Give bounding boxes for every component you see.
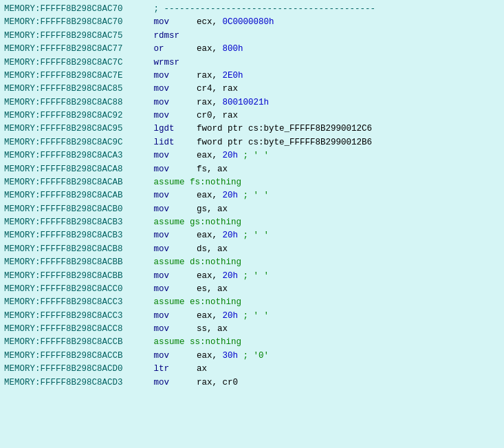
code-line: MEMORY:FFFFF8B298C8ACB0 mov gs, ax <box>0 203 504 216</box>
code-line: MEMORY:FFFFF8B298C8ACB3 assume gs:nothin… <box>0 216 504 229</box>
mnemonic: mov <box>149 310 197 323</box>
address: MEMORY:FFFFF8B298C8ACA8 <box>4 163 149 176</box>
comment: ; '0' <box>238 351 269 361</box>
address: MEMORY:FFFFF8B298C8AC77 <box>4 43 149 56</box>
code-line: MEMORY:FFFFF8B298C8AC70 ; --------------… <box>0 3 504 16</box>
hex-value: 2E0h <box>223 71 243 81</box>
code-line: MEMORY:FFFFF8B298C8ACB3 mov eax, 20h ; '… <box>0 229 504 242</box>
address: MEMORY:FFFFF8B298C8AC70 <box>4 3 149 16</box>
hex-value: 0C0000080h <box>223 17 274 27</box>
mnemonic: mov <box>149 70 197 83</box>
mnemonic: mov <box>149 163 197 176</box>
address: MEMORY:FFFFF8B298C8ACC8 <box>4 323 149 336</box>
operand: eax, 20h ; ' ' <box>197 189 269 202</box>
code-line: MEMORY:FFFFF8B298C8AC9C lidt fword ptr c… <box>0 136 504 149</box>
operand: fword ptr cs:byte_FFFFF8B2990012B6 <box>197 136 372 149</box>
code-line: MEMORY:FFFFF8B298C8ACC3 assume es:nothin… <box>0 296 504 309</box>
address: MEMORY:FFFFF8B298C8ACC0 <box>4 283 149 296</box>
address: MEMORY:FFFFF8B298C8ACD0 <box>4 363 149 376</box>
operand: rax, 2E0h <box>197 70 243 83</box>
comment: ; ' ' <box>238 191 269 200</box>
mnemonic: mov <box>149 376 197 390</box>
operand: gs, ax <box>197 203 228 216</box>
code-line: MEMORY:FFFFF8B298C8ACCB mov eax, 30h ; '… <box>0 350 504 363</box>
mnemonic: mov <box>149 229 197 242</box>
operand: rax, 80010021h <box>197 96 269 109</box>
operand: ax <box>197 363 207 376</box>
operand: fword ptr cs:byte_FFFFF8B2990012C6 <box>197 122 372 136</box>
comment-text: ; --------------------------------------… <box>149 3 375 16</box>
operand: ss, ax <box>197 323 228 336</box>
assume-keyword: assume ds:nothing <box>149 256 241 269</box>
operand: ecx, 0C0000080h <box>197 16 274 29</box>
mnemonic: or <box>149 43 197 56</box>
operand: eax, 20h ; ' ' <box>197 149 269 162</box>
comment: ; ' ' <box>238 151 269 160</box>
code-line: MEMORY:FFFFF8B298C8ACA8 mov fs, ax <box>0 163 504 176</box>
assume-keyword: assume fs:nothing <box>149 176 241 189</box>
hex-value: 20h <box>223 271 239 281</box>
hex-value: 20h <box>223 311 239 321</box>
operand: eax, 20h ; ' ' <box>197 310 269 323</box>
operand: eax, 30h ; '0' <box>197 350 269 363</box>
address: MEMORY:FFFFF8B298C8AC7E <box>4 70 149 83</box>
address: MEMORY:FFFFF8B298C8ACB8 <box>4 243 149 256</box>
code-line: MEMORY:FFFFF8B298C8AC70 mov ecx, 0C00000… <box>0 16 504 29</box>
code-line: MEMORY:FFFFF8B298C8ACAB assume fs:nothin… <box>0 176 504 189</box>
address: MEMORY:FFFFF8B298C8ACB3 <box>4 216 149 229</box>
code-line: MEMORY:FFFFF8B298C8ACC3 mov eax, 20h ; '… <box>0 310 504 323</box>
mnemonic: mov <box>149 283 197 296</box>
mnemonic: mov <box>149 243 197 256</box>
mnemonic: mov <box>149 323 197 336</box>
hex-value: 30h <box>223 351 239 361</box>
mnemonic: mov <box>149 350 197 363</box>
code-line: MEMORY:FFFFF8B298C8AC92 mov cr0, rax <box>0 109 504 122</box>
disassembly-view: MEMORY:FFFFF8B298C8AC70 ; --------------… <box>0 0 504 392</box>
hex-value: 20h <box>223 231 239 240</box>
assume-keyword: assume gs:nothing <box>149 216 241 229</box>
operand: eax, 20h ; ' ' <box>197 270 269 283</box>
code-line: MEMORY:FFFFF8B298C8AC75 rdmsr <box>0 30 504 43</box>
address: MEMORY:FFFFF8B298C8ACAB <box>4 189 149 202</box>
address: MEMORY:FFFFF8B298C8ACCB <box>4 336 149 349</box>
code-line: MEMORY:FFFFF8B298C8ACD0 ltr ax <box>0 363 504 376</box>
mnemonic: mov <box>149 96 197 109</box>
mnemonic: lgdt <box>149 122 197 136</box>
hex-value: 800h <box>223 44 243 54</box>
mnemonic: wrmsr <box>149 56 197 70</box>
mnemonic: mov <box>149 149 197 162</box>
code-line: MEMORY:FFFFF8B298C8ACAB mov eax, 20h ; '… <box>0 189 504 202</box>
hex-value: 20h <box>223 191 239 200</box>
operand: rax, cr0 <box>197 376 238 390</box>
address: MEMORY:FFFFF8B298C8ACBB <box>4 270 149 283</box>
code-line: MEMORY:FFFFF8B298C8AC88 mov rax, 8001002… <box>0 96 504 109</box>
hex-value: 80010021h <box>223 98 270 107</box>
code-line: MEMORY:FFFFF8B298C8AC95 lgdt fword ptr c… <box>0 122 504 136</box>
address: MEMORY:FFFFF8B298C8AC88 <box>4 96 149 109</box>
comment: ; ' ' <box>238 231 269 240</box>
code-line: MEMORY:FFFFF8B298C8ACA3 mov eax, 20h ; '… <box>0 149 504 162</box>
code-line: MEMORY:FFFFF8B298C8ACC8 mov ss, ax <box>0 323 504 336</box>
operand: es, ax <box>197 283 228 296</box>
address: MEMORY:FFFFF8B298C8AC95 <box>4 122 149 136</box>
address: MEMORY:FFFFF8B298C8AC85 <box>4 83 149 96</box>
mnemonic: mov <box>149 83 197 96</box>
mnemonic: ltr <box>149 363 197 376</box>
assume-keyword: assume es:nothing <box>149 296 241 309</box>
mnemonic: mov <box>149 16 197 29</box>
mnemonic: rdmsr <box>149 30 197 43</box>
comment: ; ' ' <box>238 271 269 281</box>
address: MEMORY:FFFFF8B298C8AC70 <box>4 16 149 29</box>
code-line: MEMORY:FFFFF8B298C8ACC0 mov es, ax <box>0 283 504 296</box>
code-line: MEMORY:FFFFF8B298C8ACD3 mov rax, cr0 <box>0 376 504 390</box>
operand: cr4, rax <box>197 83 238 96</box>
code-line: MEMORY:FFFFF8B298C8AC85 mov cr4, rax <box>0 83 504 96</box>
operand: cr0, rax <box>197 109 238 122</box>
assume-keyword: assume ss:nothing <box>149 336 241 349</box>
comment: ; ' ' <box>238 311 269 321</box>
address: MEMORY:FFFFF8B298C8AC9C <box>4 136 149 149</box>
operand: ds, ax <box>197 243 228 256</box>
address: MEMORY:FFFFF8B298C8ACD3 <box>4 376 149 390</box>
mnemonic: lidt <box>149 136 197 149</box>
address: MEMORY:FFFFF8B298C8ACA3 <box>4 149 149 162</box>
